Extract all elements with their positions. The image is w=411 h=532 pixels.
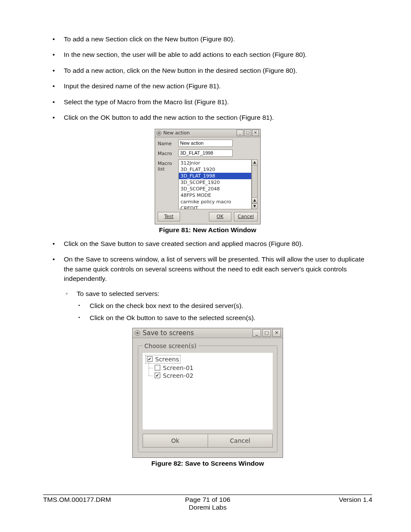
scroll-down-spin-icon[interactable]: ▼ [252, 203, 258, 209]
footer-center: Page 71 of 106 Doremi Labs [153, 496, 263, 511]
minimize-button[interactable]: _ [237, 130, 243, 136]
bullet-item: Select the type of Macro from the Macro … [43, 97, 372, 107]
tree-label: Screen-02 [163, 372, 193, 379]
bullet-item: On the Save to screens window, a list of… [43, 255, 372, 283]
bullet-item: In the new section, the user will be abl… [43, 50, 372, 59]
list-item[interactable]: 312Jnior [179, 160, 251, 166]
bullet-item: Click on the check box next to the desir… [43, 302, 372, 310]
ok-button[interactable]: OK [209, 212, 231, 221]
name-input[interactable] [178, 140, 233, 147]
group-legend: Choose screen(s) [143, 342, 198, 349]
macro-input[interactable] [178, 149, 233, 157]
tree-item[interactable]: Screen-01 [145, 364, 270, 372]
bullet-item: To save to selected servers: [43, 290, 372, 298]
instruction-list-mid: Click on the Save button to save created… [43, 239, 372, 284]
checkbox-icon[interactable] [147, 356, 153, 362]
ok-button[interactable]: Ok [143, 434, 208, 448]
svg-point-1 [158, 132, 160, 134]
page-footer: TMS.OM.000177.DRM Page 71 of 106 Doremi … [43, 496, 372, 511]
bullet-item: Click on the Save button to save created… [43, 239, 372, 249]
footer-left: TMS.OM.000177.DRM [43, 496, 153, 511]
footer-right: Version 1.4 [262, 496, 372, 511]
bullet-item: Input the desired name of the new action… [43, 81, 372, 91]
choose-screens-group: Choose screen(s) Screens Screen-01 [138, 342, 277, 452]
list-item[interactable]: 3D_SCOPE_2048 [179, 186, 251, 192]
macro-label: Macro [158, 149, 178, 156]
close-button[interactable]: ✕ [272, 329, 281, 337]
instruction-list-top: To add a new Section click on the New bu… [43, 34, 372, 123]
tree-item[interactable]: Screen-02 [145, 372, 270, 380]
macro-list-label: Macro list [158, 159, 178, 172]
macro-listbox[interactable]: 312Jnior 3D_FLAT_1920 3D_FLAT_1998 3D_SC… [178, 159, 252, 209]
maximize-button[interactable]: □ [244, 130, 251, 136]
list-item[interactable]: 3D_SCOPE_1920 [179, 179, 251, 186]
bullet-item: Click on the OK button to add the new ac… [43, 113, 372, 122]
window-title: Save to screens [143, 329, 252, 337]
list-item[interactable]: 48FPS MODE [179, 192, 251, 199]
instruction-list-sub: To save to selected servers: [43, 290, 372, 298]
test-button[interactable]: Test [158, 212, 180, 221]
app-icon [156, 131, 162, 136]
window-title: New action [163, 130, 237, 136]
figure-82-caption: Figure 82: Save to Screens Window [43, 460, 372, 467]
titlebar: Save to screens _ □ ✕ [133, 328, 283, 338]
save-to-screens-dialog: Save to screens _ □ ✕ Choose screen(s) S… [132, 328, 283, 458]
cancel-button[interactable]: Cancel [234, 212, 258, 221]
figure-81-caption: Figure 81: New Action Window [43, 226, 372, 234]
scroll-track[interactable] [252, 165, 258, 197]
checkbox-icon[interactable] [155, 365, 160, 370]
scroll-up-spin-icon[interactable]: ▲ [252, 197, 258, 203]
list-item[interactable]: CREDIT [179, 205, 251, 209]
list-item[interactable]: 3D_FLAT_1920 [179, 166, 251, 173]
list-item-selected[interactable]: 3D_FLAT_1998 [179, 173, 251, 179]
bullet-item: To add a new Section click on the New bu… [43, 34, 372, 44]
new-action-dialog: New action _ □ ✕ Name Macro Macro list 3… [155, 129, 261, 224]
titlebar: New action _ □ ✕ [155, 129, 260, 137]
app-icon [134, 330, 140, 336]
footer-rule [43, 495, 372, 495]
list-item[interactable]: carmike policy macro [179, 199, 251, 205]
bullet-item: To add a new action, click on the New bu… [43, 66, 372, 75]
tree-label: Screens [155, 356, 179, 363]
close-button[interactable]: ✕ [252, 130, 259, 136]
svg-point-3 [137, 332, 139, 334]
tree-root[interactable]: Screens [145, 355, 270, 364]
cancel-button[interactable]: Cancel [208, 434, 273, 448]
minimize-button[interactable]: _ [252, 329, 261, 337]
maximize-button[interactable]: □ [262, 329, 271, 337]
name-label: Name [158, 140, 178, 146]
tree-label: Screen-01 [163, 364, 193, 371]
scroll-up-icon[interactable]: ▲ [252, 159, 258, 165]
screens-tree[interactable]: Screens Screen-01 Screen-02 [143, 353, 273, 429]
checkbox-icon[interactable] [155, 373, 160, 378]
bullet-item: Click on the Ok button to save to the se… [43, 314, 372, 322]
scrollbar[interactable]: ▲ ▲ ▼ [252, 159, 258, 209]
instruction-list-sub2: Click on the check box next to the desir… [43, 302, 372, 322]
